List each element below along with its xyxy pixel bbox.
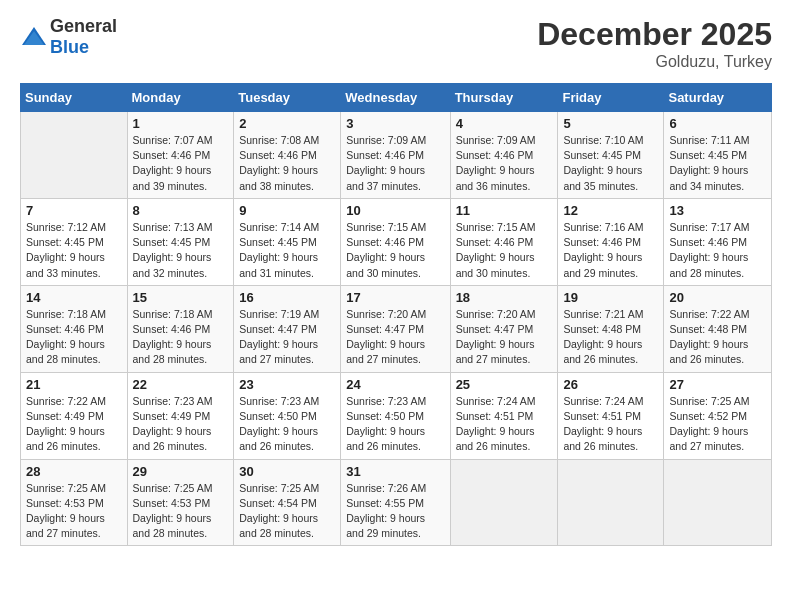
day-number: 9 [239,203,335,218]
day-info: Sunrise: 7:11 AMSunset: 4:45 PMDaylight:… [669,133,766,194]
day-number: 13 [669,203,766,218]
calendar-cell: 1Sunrise: 7:07 AMSunset: 4:46 PMDaylight… [127,112,234,199]
calendar-table: SundayMondayTuesdayWednesdayThursdayFrid… [20,83,772,546]
calendar-cell [558,459,664,546]
calendar-cell: 25Sunrise: 7:24 AMSunset: 4:51 PMDayligh… [450,372,558,459]
calendar-cell: 3Sunrise: 7:09 AMSunset: 4:46 PMDaylight… [341,112,450,199]
day-info: Sunrise: 7:20 AMSunset: 4:47 PMDaylight:… [346,307,444,368]
logo-blue: Blue [50,37,89,57]
calendar-week-3: 21Sunrise: 7:22 AMSunset: 4:49 PMDayligh… [21,372,772,459]
calendar-cell: 7Sunrise: 7:12 AMSunset: 4:45 PMDaylight… [21,198,128,285]
calendar-header-tuesday: Tuesday [234,84,341,112]
location-title: Golduzu, Turkey [537,53,772,71]
calendar-header-sunday: Sunday [21,84,128,112]
calendar-header-friday: Friday [558,84,664,112]
day-info: Sunrise: 7:15 AMSunset: 4:46 PMDaylight:… [346,220,444,281]
calendar-cell: 11Sunrise: 7:15 AMSunset: 4:46 PMDayligh… [450,198,558,285]
day-number: 1 [133,116,229,131]
calendar-header-thursday: Thursday [450,84,558,112]
day-number: 6 [669,116,766,131]
title-block: December 2025 Golduzu, Turkey [537,16,772,71]
calendar-cell: 22Sunrise: 7:23 AMSunset: 4:49 PMDayligh… [127,372,234,459]
day-number: 4 [456,116,553,131]
calendar-cell: 20Sunrise: 7:22 AMSunset: 4:48 PMDayligh… [664,285,772,372]
logo-general: General [50,16,117,36]
calendar-cell: 13Sunrise: 7:17 AMSunset: 4:46 PMDayligh… [664,198,772,285]
logo: General Blue [20,16,117,58]
day-info: Sunrise: 7:22 AMSunset: 4:49 PMDaylight:… [26,394,122,455]
day-info: Sunrise: 7:12 AMSunset: 4:45 PMDaylight:… [26,220,122,281]
calendar-cell: 19Sunrise: 7:21 AMSunset: 4:48 PMDayligh… [558,285,664,372]
day-number: 28 [26,464,122,479]
day-number: 5 [563,116,658,131]
calendar-header-saturday: Saturday [664,84,772,112]
day-info: Sunrise: 7:21 AMSunset: 4:48 PMDaylight:… [563,307,658,368]
calendar-header-wednesday: Wednesday [341,84,450,112]
calendar-cell [21,112,128,199]
calendar-cell: 15Sunrise: 7:18 AMSunset: 4:46 PMDayligh… [127,285,234,372]
day-info: Sunrise: 7:10 AMSunset: 4:45 PMDaylight:… [563,133,658,194]
day-number: 3 [346,116,444,131]
calendar-cell [450,459,558,546]
day-number: 25 [456,377,553,392]
calendar-cell: 9Sunrise: 7:14 AMSunset: 4:45 PMDaylight… [234,198,341,285]
day-info: Sunrise: 7:23 AMSunset: 4:49 PMDaylight:… [133,394,229,455]
calendar-week-0: 1Sunrise: 7:07 AMSunset: 4:46 PMDaylight… [21,112,772,199]
day-info: Sunrise: 7:13 AMSunset: 4:45 PMDaylight:… [133,220,229,281]
day-info: Sunrise: 7:09 AMSunset: 4:46 PMDaylight:… [346,133,444,194]
day-info: Sunrise: 7:09 AMSunset: 4:46 PMDaylight:… [456,133,553,194]
day-info: Sunrise: 7:14 AMSunset: 4:45 PMDaylight:… [239,220,335,281]
day-number: 16 [239,290,335,305]
calendar-cell: 2Sunrise: 7:08 AMSunset: 4:46 PMDaylight… [234,112,341,199]
day-info: Sunrise: 7:07 AMSunset: 4:46 PMDaylight:… [133,133,229,194]
day-number: 20 [669,290,766,305]
day-info: Sunrise: 7:23 AMSunset: 4:50 PMDaylight:… [239,394,335,455]
calendar-cell: 18Sunrise: 7:20 AMSunset: 4:47 PMDayligh… [450,285,558,372]
day-info: Sunrise: 7:20 AMSunset: 4:47 PMDaylight:… [456,307,553,368]
day-info: Sunrise: 7:17 AMSunset: 4:46 PMDaylight:… [669,220,766,281]
day-info: Sunrise: 7:25 AMSunset: 4:54 PMDaylight:… [239,481,335,542]
day-number: 22 [133,377,229,392]
calendar-week-1: 7Sunrise: 7:12 AMSunset: 4:45 PMDaylight… [21,198,772,285]
logo-text: General Blue [50,16,117,58]
day-number: 26 [563,377,658,392]
calendar-week-4: 28Sunrise: 7:25 AMSunset: 4:53 PMDayligh… [21,459,772,546]
calendar-cell: 4Sunrise: 7:09 AMSunset: 4:46 PMDaylight… [450,112,558,199]
day-number: 23 [239,377,335,392]
calendar-cell: 29Sunrise: 7:25 AMSunset: 4:53 PMDayligh… [127,459,234,546]
day-number: 27 [669,377,766,392]
day-number: 15 [133,290,229,305]
page-container: General Blue December 2025 Golduzu, Turk… [0,0,792,556]
day-info: Sunrise: 7:24 AMSunset: 4:51 PMDaylight:… [456,394,553,455]
day-number: 2 [239,116,335,131]
day-number: 11 [456,203,553,218]
calendar-cell: 14Sunrise: 7:18 AMSunset: 4:46 PMDayligh… [21,285,128,372]
day-number: 24 [346,377,444,392]
calendar-header-monday: Monday [127,84,234,112]
day-number: 31 [346,464,444,479]
calendar-cell: 8Sunrise: 7:13 AMSunset: 4:45 PMDaylight… [127,198,234,285]
day-info: Sunrise: 7:25 AMSunset: 4:52 PMDaylight:… [669,394,766,455]
calendar-cell: 21Sunrise: 7:22 AMSunset: 4:49 PMDayligh… [21,372,128,459]
day-number: 8 [133,203,229,218]
day-info: Sunrise: 7:26 AMSunset: 4:55 PMDaylight:… [346,481,444,542]
day-number: 19 [563,290,658,305]
day-number: 29 [133,464,229,479]
day-info: Sunrise: 7:25 AMSunset: 4:53 PMDaylight:… [26,481,122,542]
day-number: 14 [26,290,122,305]
day-info: Sunrise: 7:23 AMSunset: 4:50 PMDaylight:… [346,394,444,455]
calendar-cell: 27Sunrise: 7:25 AMSunset: 4:52 PMDayligh… [664,372,772,459]
day-number: 12 [563,203,658,218]
calendar-cell: 6Sunrise: 7:11 AMSunset: 4:45 PMDaylight… [664,112,772,199]
calendar-cell: 30Sunrise: 7:25 AMSunset: 4:54 PMDayligh… [234,459,341,546]
day-number: 21 [26,377,122,392]
calendar-cell [664,459,772,546]
day-number: 30 [239,464,335,479]
day-info: Sunrise: 7:15 AMSunset: 4:46 PMDaylight:… [456,220,553,281]
calendar-cell: 31Sunrise: 7:26 AMSunset: 4:55 PMDayligh… [341,459,450,546]
calendar-cell: 26Sunrise: 7:24 AMSunset: 4:51 PMDayligh… [558,372,664,459]
month-title: December 2025 [537,16,772,53]
day-info: Sunrise: 7:16 AMSunset: 4:46 PMDaylight:… [563,220,658,281]
day-info: Sunrise: 7:24 AMSunset: 4:51 PMDaylight:… [563,394,658,455]
calendar-cell: 28Sunrise: 7:25 AMSunset: 4:53 PMDayligh… [21,459,128,546]
